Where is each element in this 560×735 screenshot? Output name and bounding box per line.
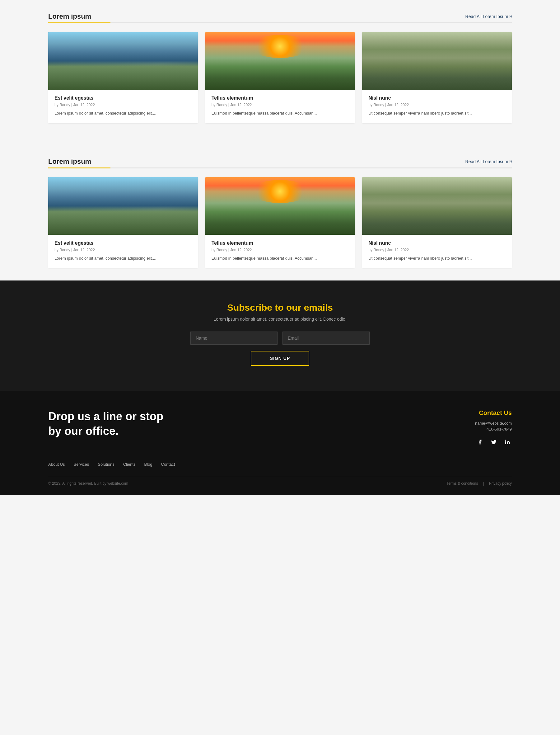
- card-1-2-meta: by Randy | Jan 12, 2022: [212, 103, 349, 107]
- card-1-2-excerpt: Euismod in pellentesque massa placerat d…: [212, 110, 349, 116]
- card-2-3-image: [362, 177, 512, 235]
- card-2-3-excerpt: Ut consequat semper viverra nam libero j…: [368, 255, 506, 261]
- footer-bottom: © 2023. All rights reserved. Built by we…: [48, 476, 512, 486]
- card-2-2[interactable]: Tellus elementum by Randy | Jan 12, 2022…: [205, 177, 355, 268]
- card-2-3-meta: by Randy | Jan 12, 2022: [368, 248, 506, 252]
- footer-nav-services[interactable]: Services: [73, 462, 89, 467]
- section-2: Lorem ipsum Read All Lorem Ipsum 9 Est v…: [0, 145, 560, 281]
- section-1-title: Lorem ipsum: [48, 12, 91, 21]
- footer-nav-solutions[interactable]: Solutions: [98, 462, 114, 467]
- section-1-cards-grid: Est velit egestas by Randy | Jan 12, 202…: [48, 32, 512, 123]
- card-1-1-excerpt: Lorem ipsum dolor sit amet, consectetur …: [54, 110, 192, 116]
- card-1-1-body: Est velit egestas by Randy | Jan 12, 202…: [48, 90, 198, 123]
- newsletter-section: Subscribe to our emails Lorem ipsum dolo…: [0, 280, 560, 391]
- footer-privacy-link[interactable]: Privacy policy: [489, 481, 512, 486]
- newsletter-title: Subscribe to our emails: [48, 302, 512, 313]
- footer-top: Drop us a line or stop by our office. Co…: [48, 410, 512, 447]
- section-1-header: Lorem ipsum Read All Lorem Ipsum 9: [48, 12, 512, 21]
- section-2-read-all[interactable]: Read All Lorem Ipsum 9: [465, 159, 512, 164]
- footer-legal-separator: |: [483, 481, 484, 486]
- card-2-1-body: Est velit egestas by Randy | Jan 12, 202…: [48, 235, 198, 268]
- card-1-3-title: Nisl nunc: [368, 95, 506, 101]
- card-2-1-meta: by Randy | Jan 12, 2022: [54, 248, 192, 252]
- facebook-icon[interactable]: [476, 438, 484, 447]
- card-2-2-image: [205, 177, 355, 235]
- footer-tagline: Drop us a line or stop by our office.: [48, 410, 179, 439]
- card-1-2-body: Tellus elementum by Randy | Jan 12, 2022…: [205, 90, 355, 123]
- footer-nav-blog[interactable]: Blog: [144, 462, 152, 467]
- card-2-2-title: Tellus elementum: [212, 240, 349, 246]
- card-1-2-image: [205, 32, 355, 90]
- footer-section: Drop us a line or stop by our office. Co…: [0, 391, 560, 495]
- card-2-2-excerpt: Euismod in pellentesque massa placerat d…: [212, 255, 349, 261]
- newsletter-email-input[interactable]: [282, 331, 370, 344]
- footer-nav-clients[interactable]: Clients: [123, 462, 136, 467]
- card-1-1-image: [48, 32, 198, 90]
- card-2-1-image: [48, 177, 198, 235]
- signup-button[interactable]: SIGN UP: [251, 351, 310, 366]
- section-1-divider: [48, 22, 512, 23]
- footer-terms-link[interactable]: Terms & conditions: [446, 481, 478, 486]
- linkedin-icon[interactable]: [503, 438, 512, 447]
- section-2-header: Lorem ipsum Read All Lorem Ipsum 9: [48, 157, 512, 166]
- spacer-between-sections: [0, 136, 560, 145]
- card-2-3[interactable]: Nisl nunc by Randy | Jan 12, 2022 Ut con…: [362, 177, 512, 268]
- footer-email: name@website.com: [475, 421, 512, 426]
- footer-phone: 410-591-7849: [475, 427, 512, 432]
- section-1: Lorem ipsum Read All Lorem Ipsum 9 Est v…: [0, 0, 560, 136]
- section-2-title: Lorem ipsum: [48, 157, 91, 166]
- card-2-1-excerpt: Lorem ipsum dolor sit amet, consectetur …: [54, 255, 192, 261]
- card-1-3[interactable]: Nisl nunc by Randy | Jan 12, 2022 Ut con…: [362, 32, 512, 123]
- footer-legal-links: Terms & conditions | Privacy policy: [446, 481, 512, 486]
- newsletter-subtitle: Lorem ipsum dolor sit amet, consectetuer…: [48, 316, 512, 321]
- newsletter-name-input[interactable]: [190, 331, 278, 344]
- card-2-3-body: Nisl nunc by Randy | Jan 12, 2022 Ut con…: [362, 235, 512, 268]
- footer-nav: About Us Services Solutions Clients Blog…: [48, 462, 512, 467]
- footer-nav-contact[interactable]: Contact: [161, 462, 175, 467]
- footer-contact-title: Contact Us: [475, 410, 512, 417]
- card-2-3-title: Nisl nunc: [368, 240, 506, 246]
- card-1-2-title: Tellus elementum: [212, 95, 349, 101]
- section-2-divider: [48, 167, 512, 168]
- card-1-3-meta: by Randy | Jan 12, 2022: [368, 103, 506, 107]
- card-1-3-image: [362, 32, 512, 90]
- twitter-icon[interactable]: [489, 438, 498, 447]
- section-1-read-all[interactable]: Read All Lorem Ipsum 9: [465, 14, 512, 19]
- card-2-1-title: Est velit egestas: [54, 240, 192, 246]
- card-2-2-body: Tellus elementum by Randy | Jan 12, 2022…: [205, 235, 355, 268]
- newsletter-form: [48, 331, 512, 344]
- section-2-cards-grid: Est velit egestas by Randy | Jan 12, 202…: [48, 177, 512, 268]
- footer-nav-about[interactable]: About Us: [48, 462, 65, 467]
- card-1-1-meta: by Randy | Jan 12, 2022: [54, 103, 192, 107]
- card-1-1[interactable]: Est velit egestas by Randy | Jan 12, 202…: [48, 32, 198, 123]
- card-2-2-meta: by Randy | Jan 12, 2022: [212, 248, 349, 252]
- svg-point-0: [505, 440, 506, 441]
- card-1-2[interactable]: Tellus elementum by Randy | Jan 12, 2022…: [205, 32, 355, 123]
- card-1-1-title: Est velit egestas: [54, 95, 192, 101]
- card-1-3-excerpt: Ut consequat semper viverra nam libero j…: [368, 110, 506, 116]
- social-icons: [475, 438, 512, 447]
- card-2-1[interactable]: Est velit egestas by Randy | Jan 12, 202…: [48, 177, 198, 268]
- footer-contact: Contact Us name@website.com 410-591-7849: [475, 410, 512, 447]
- card-1-3-body: Nisl nunc by Randy | Jan 12, 2022 Ut con…: [362, 90, 512, 123]
- footer-copyright: © 2023. All rights reserved. Built by we…: [48, 481, 128, 486]
